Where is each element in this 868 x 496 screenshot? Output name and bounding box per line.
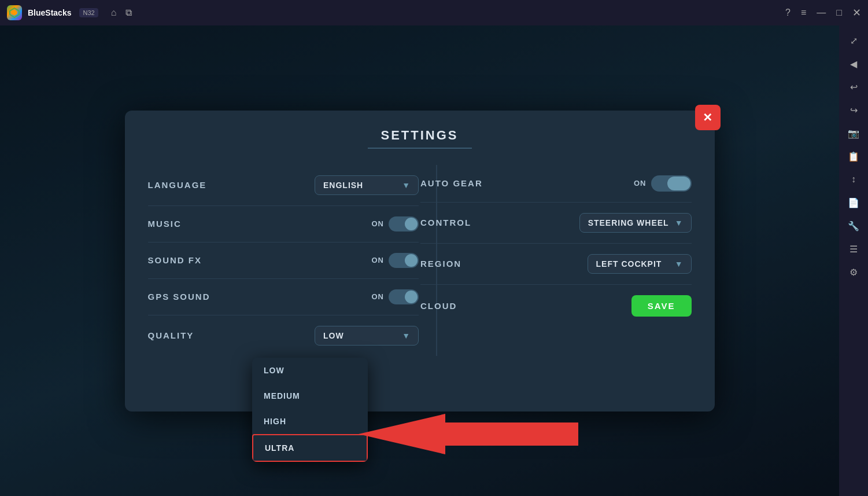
music-toggle[interactable] (389, 216, 419, 232)
region-dropdown-arrow: ▼ (675, 259, 683, 269)
maximize-icon[interactable]: □ (836, 8, 842, 18)
soundfx-toggle-container: ON (372, 253, 419, 268)
quality-option-medium[interactable]: MEDIUM (252, 383, 368, 409)
modal-title: SETTINGS (148, 128, 692, 143)
language-value: ENGLISH (323, 181, 363, 190)
region-dropdown[interactable]: LEFT COCKPIT ▼ (588, 254, 692, 274)
region-row: REGION LEFT COCKPIT ▼ (420, 244, 692, 285)
version-badge: N32 (79, 8, 98, 17)
minimize-icon[interactable]: — (817, 8, 826, 18)
app-title: BlueStacks (28, 8, 71, 17)
control-dropdown[interactable]: STEERING WHEEL ▼ (579, 213, 692, 233)
quality-label: QUALITY (148, 330, 194, 340)
region-label: REGION (420, 259, 461, 269)
quality-dropdown[interactable]: LOW ▼ (315, 326, 419, 346)
autogear-toggle-label: ON (634, 179, 647, 188)
soundfx-toggle-knob (405, 254, 418, 267)
right-sidebar: ⤢ ◀ ↩ ↪ 📷 📋 ↕ 📄 🔧 ☰ ⚙ (839, 25, 868, 496)
quality-dropdown-arrow: ▼ (402, 331, 410, 340)
bluestacks-logo (7, 5, 22, 20)
svg-marker-1 (12, 10, 17, 16)
gpssound-toggle[interactable] (389, 289, 419, 304)
gpssound-label: GPS SOUND (148, 292, 210, 302)
autogear-toggle[interactable] (651, 175, 692, 192)
music-toggle-label: ON (372, 219, 385, 228)
settings-right-col: AUTO GEAR ON CONTROL STEERING WHEEL ▼ (420, 165, 692, 356)
sidebar-back-icon[interactable]: ◀ (843, 53, 864, 74)
quality-dropdown-menu: LOW MEDIUM HIGH ULTRA (252, 358, 368, 462)
cloud-row: CLOUD SAVE (420, 285, 692, 327)
quality-row: QUALITY LOW ▼ (148, 315, 419, 356)
settings-modal: ✕ SETTINGS LANGUAGE ENGLISH ▼ MUSIC (125, 111, 715, 412)
control-row: CONTROL STEERING WHEEL ▼ (420, 203, 692, 244)
soundfx-label: SOUND FX (148, 255, 202, 265)
sidebar-resize-icon[interactable]: ↕ (843, 169, 864, 190)
topbar: BlueStacks N32 ⌂ ⧉ ? ≡ — □ ✕ (0, 0, 868, 25)
modal-close-button[interactable]: ✕ (695, 105, 721, 130)
control-label: CONTROL (420, 218, 471, 227)
soundfx-row: SOUND FX ON (148, 243, 419, 279)
gpssound-row: GPS SOUND ON (148, 279, 419, 315)
cloud-label: CLOUD (420, 301, 457, 311)
sidebar-redo-icon[interactable]: ↪ (843, 100, 864, 120)
settings-grid: LANGUAGE ENGLISH ▼ MUSIC ON (148, 165, 692, 356)
quality-value: LOW (323, 331, 344, 340)
control-dropdown-arrow: ▼ (675, 218, 683, 227)
music-toggle-knob (405, 218, 418, 230)
title-underline (368, 148, 472, 149)
language-dropdown-arrow: ▼ (402, 181, 410, 190)
region-value: LEFT COCKPIT (596, 259, 662, 269)
soundfx-toggle[interactable] (389, 253, 419, 268)
language-dropdown[interactable]: ENGLISH ▼ (315, 175, 419, 195)
music-toggle-container: ON (372, 216, 419, 232)
home-icon[interactable]: ⌂ (111, 8, 117, 18)
sidebar-screenshot-icon[interactable]: 📷 (843, 123, 864, 144)
gpssound-toggle-container: ON (372, 289, 419, 304)
quality-option-low[interactable]: LOW (252, 358, 368, 383)
language-label: LANGUAGE (148, 180, 207, 190)
soundfx-toggle-label: ON (372, 256, 385, 264)
modal-overlay: ✕ SETTINGS LANGUAGE ENGLISH ▼ MUSIC (0, 25, 839, 496)
help-icon[interactable]: ? (785, 8, 791, 18)
menu-icon[interactable]: ≡ (801, 8, 806, 18)
sidebar-tool-icon[interactable]: 🔧 (843, 215, 864, 236)
copy-icon[interactable]: ⧉ (125, 8, 132, 18)
music-label: MUSIC (148, 219, 182, 229)
cloud-save-button[interactable]: SAVE (631, 295, 692, 317)
autogear-toggle-container: ON (634, 175, 692, 192)
sidebar-list-icon[interactable]: ☰ (843, 238, 864, 259)
autogear-label: AUTO GEAR (420, 178, 483, 188)
sidebar-settings-icon[interactable]: ⚙ (843, 262, 864, 282)
topbar-nav-icons: ⌂ ⧉ (111, 8, 132, 18)
topbar-right-controls: ? ≡ — □ ✕ (785, 6, 861, 19)
settings-left-col: LANGUAGE ENGLISH ▼ MUSIC ON (148, 165, 419, 356)
close-x-icon: ✕ (703, 111, 712, 124)
sidebar-file-icon[interactable]: 📄 (843, 192, 864, 213)
window-close-icon[interactable]: ✕ (852, 6, 861, 19)
gpssound-toggle-knob (405, 291, 418, 303)
control-value: STEERING WHEEL (588, 218, 669, 227)
autogear-row: AUTO GEAR ON (420, 165, 692, 203)
music-row: MUSIC ON (148, 206, 419, 243)
sidebar-undo-icon[interactable]: ↩ (843, 76, 864, 97)
sidebar-clipboard-icon[interactable]: 📋 (843, 146, 864, 167)
sidebar-expand-icon[interactable]: ⤢ (843, 30, 864, 51)
quality-option-ultra[interactable]: ULTRA (252, 434, 368, 462)
language-row: LANGUAGE ENGLISH ▼ (148, 165, 419, 206)
quality-option-high[interactable]: HIGH (252, 409, 368, 434)
autogear-toggle-knob (667, 177, 690, 190)
gpssound-toggle-label: ON (372, 292, 385, 301)
